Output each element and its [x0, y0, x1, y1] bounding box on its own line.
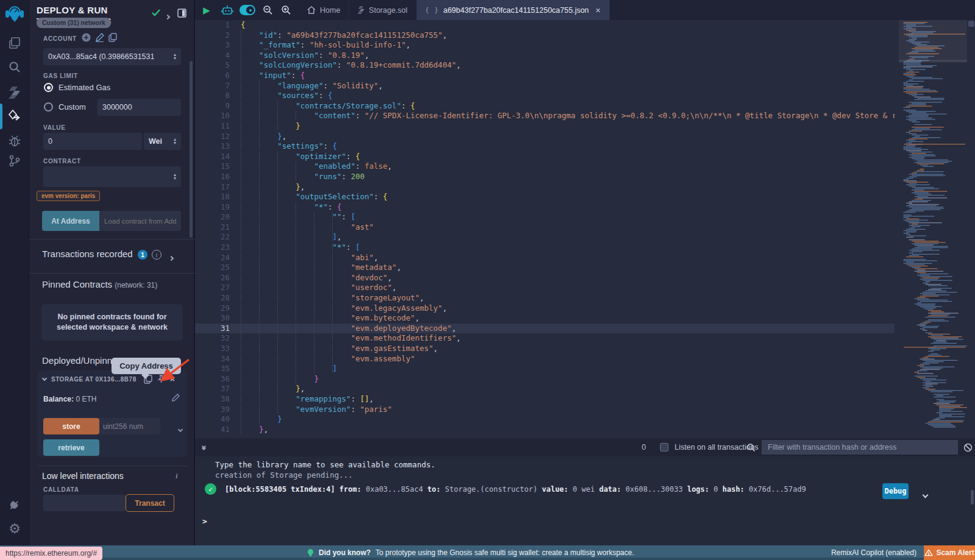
tab-home[interactable]: Home [299, 0, 349, 20]
network-badge: Custom (31) network [37, 18, 111, 28]
deploy-run-icon[interactable] [0, 109, 29, 124]
zoom-in-icon[interactable] [277, 5, 295, 15]
low-level-info-icon[interactable]: i [176, 471, 178, 481]
estimated-gas-label: Estimated Gas [58, 83, 110, 92]
transactions-info-icon[interactable]: i [152, 250, 161, 260]
minimap[interactable] [899, 20, 967, 438]
home-icon [307, 6, 316, 14]
tab-build-info-json[interactable]: { } a69b43f277ba20fcac141151250ca755.jso… [417, 0, 610, 20]
code-line: 18 "outputSelection": { [195, 192, 895, 202]
contract-collapse-icon[interactable] [42, 376, 47, 381]
code-line: 9 "contracts/Storage.sol": { [195, 101, 895, 112]
terminal-log-line: Type the library name to see available c… [215, 459, 435, 470]
settings-gear-icon[interactable]: ⚙ [0, 521, 29, 537]
expand-store-icon[interactable] [179, 423, 182, 434]
solidity-file-icon [358, 6, 364, 14]
contract-instance-name: STORAGE AT 0X136...8B78 [51, 376, 136, 383]
edit-balance-icon[interactable] [171, 394, 180, 402]
store-argument-input[interactable] [99, 418, 160, 434]
copilot-toggle[interactable] [236, 5, 258, 15]
code-line: 31 "evm.deployedBytecode", [195, 324, 895, 334]
code-line: 32 "evm.methodIdentifiers", [195, 333, 895, 344]
transactions-count-badge: 1 [138, 250, 147, 260]
plugin-manager-icon[interactable] [0, 498, 29, 512]
transaction-result-row[interactable]: ✓ [block:5583405 txIndex:4] from: 0xa03.… [205, 483, 884, 495]
gas-limit-label: GAS LIMIT [43, 73, 78, 79]
value-unit-stepper-icon[interactable]: ▴▾ [174, 138, 176, 145]
code-line: 2 "id": "a69b43f277ba20fcac141151250ca75… [195, 30, 895, 41]
tab-storage-sol[interactable]: Storage.sol [349, 0, 416, 20]
transaction-filter-input[interactable] [762, 440, 958, 455]
account-stepper-icon[interactable]: ▴▾ [174, 53, 176, 60]
code-line: 19 "*": { [195, 202, 895, 213]
account-select-value: 0xA03...85ac4 (0.39866531531 [48, 52, 154, 61]
code-line: 40 } [195, 414, 895, 425]
calldata-label: CALLDATA [43, 486, 79, 493]
contract-stepper-icon[interactable]: ▴▾ [174, 173, 176, 180]
custom-gas-option[interactable]: Custom [44, 102, 86, 112]
scam-alert-button[interactable]: Scam Alert [924, 545, 975, 560]
debugger-icon[interactable] [0, 134, 29, 147]
panel-forward-icon[interactable] [166, 10, 169, 21]
estimated-gas-option[interactable]: Estimated Gas [44, 83, 110, 92]
copy-account-icon[interactable] [108, 33, 117, 42]
debug-button[interactable]: Debug [882, 483, 909, 499]
balance-value: 0 ETH [76, 395, 96, 403]
tip-text: To prototype using the Gnosis safe multi… [375, 548, 634, 557]
value-label: VALUE [43, 124, 66, 131]
editor-scrollbar[interactable] [968, 20, 975, 438]
transactions-expand-icon[interactable] [169, 252, 173, 263]
zoom-out-icon[interactable] [258, 5, 277, 15]
transactions-recorded-label: Transactions recorded [42, 249, 133, 259]
remix-logo-icon[interactable] [0, 4, 29, 24]
code-editor[interactable]: 1{2 "id": "a69b43f277ba20fcac141151250ca… [195, 20, 975, 438]
transact-button[interactable]: Transact [126, 494, 174, 512]
balance-row: Balance: 0 ETH [43, 395, 96, 403]
account-select[interactable]: 0xA03...85ac4 (0.39866531531 ▴▾ [43, 48, 181, 65]
terminal-scrollbar[interactable] [971, 490, 974, 505]
collapse-terminal-icon[interactable] [202, 445, 205, 450]
panel-scrollbar[interactable] [190, 61, 193, 238]
calldata-input[interactable] [43, 495, 126, 511]
custom-gas-radio[interactable] [44, 102, 53, 112]
at-address-button[interactable]: At Address [42, 211, 99, 231]
custom-gas-input[interactable] [98, 99, 181, 116]
deploy-run-panel: DEPLOY & RUN TRANSACTIONS Custom (31) ne… [29, 0, 195, 545]
terminal-search-icon[interactable] [746, 443, 756, 452]
store-function-button[interactable]: store [43, 418, 99, 434]
code-line: 1{ [195, 20, 895, 30]
close-tab-icon[interactable]: × [595, 5, 600, 15]
sign-message-icon[interactable] [95, 33, 104, 42]
estimated-gas-radio[interactable] [44, 83, 53, 92]
create-account-icon[interactable] [82, 33, 91, 42]
retrieve-function-button[interactable]: retrieve [43, 439, 99, 456]
clear-console-icon[interactable] [963, 443, 973, 452]
code-line: 21 "ast" [195, 222, 895, 233]
copilot-status[interactable]: RemixAI Copilot (enabled) [831, 545, 916, 560]
code-line: 23 "*": [ [195, 243, 895, 253]
terminal[interactable]: Type the library name to see available c… [195, 456, 975, 545]
solidity-compiler-icon[interactable] [0, 86, 29, 99]
code-line: 10 "content": "// SPDX-License-Identifie… [195, 111, 895, 121]
code-line: 41 }, [195, 425, 895, 435]
code-line: 24 "abi", [195, 253, 895, 263]
source-control-icon[interactable] [0, 154, 29, 168]
deployed-contracts-title: Deployed/Unpinn [42, 355, 112, 366]
code-line: 12 }, [195, 132, 895, 142]
search-icon[interactable] [0, 60, 29, 74]
value-input[interactable] [43, 133, 142, 150]
expand-tx-icon[interactable] [923, 488, 927, 500]
run-script-icon[interactable]: ▶ [195, 5, 218, 16]
pin-side-panel-icon[interactable] [177, 9, 186, 18]
file-explorer-icon[interactable] [0, 37, 29, 50]
load-contract-input[interactable] [99, 211, 181, 231]
transaction-count: 0 [642, 443, 646, 452]
code-line: 39 "evmVersion": "paris" [195, 405, 895, 415]
listen-all-checkbox[interactable] [660, 443, 668, 452]
code-line: 34 "evm.assembly" [195, 354, 895, 364]
ai-assistant-icon[interactable] [218, 5, 236, 16]
code-line: 3 "_format": "hh-sol-build-info-1", [195, 40, 895, 51]
value-unit-select[interactable]: Wei ▴▾ [144, 133, 181, 150]
evm-version-badge: evm version: paris [37, 191, 100, 201]
contract-select[interactable]: ▴▾ [43, 166, 181, 187]
